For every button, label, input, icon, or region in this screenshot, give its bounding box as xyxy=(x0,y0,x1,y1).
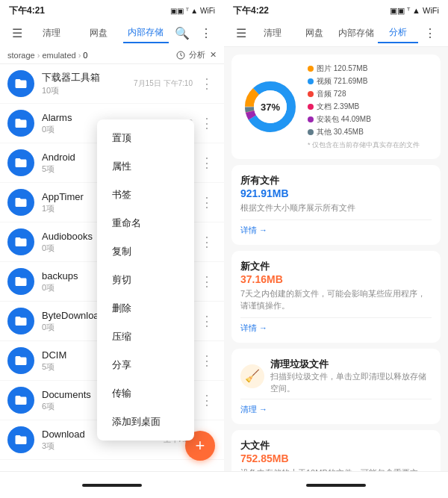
clean-junk-title: 清理垃圾文件 xyxy=(270,358,432,371)
close-icon[interactable]: ✕ xyxy=(210,50,217,60)
context-compress[interactable]: 压缩 xyxy=(97,323,194,351)
context-transfer[interactable]: 传输 xyxy=(97,379,194,408)
legend-others: 其他 30.45MB xyxy=(308,127,432,137)
folder-icon xyxy=(7,347,34,374)
right-home-indicator xyxy=(306,484,366,487)
clean-junk-card: 🧹 清理垃圾文件 扫描到垃圾文件，单击立即清理以释放存储空间。 清理 → xyxy=(231,349,441,424)
right-status-icons: ▣▣ ᵀ ▲ WiFi xyxy=(390,6,439,16)
context-share[interactable]: 分享 xyxy=(97,351,194,379)
context-copy[interactable]: 复制 xyxy=(97,237,194,266)
nav-item-storage[interactable]: 内部存储 xyxy=(123,23,169,43)
legend-dot-photos xyxy=(308,66,314,72)
all-files-desc: 根据文件大小顺序展示所有文件 xyxy=(240,202,432,214)
folder-icon xyxy=(7,387,34,414)
all-files-card: 所有文件 921.91MB 根据文件大小顺序展示所有文件 详情 → xyxy=(231,165,441,245)
breadcrumb: storage › emulated › 0 分析 ✕ xyxy=(0,46,224,64)
file-more-icon[interactable]: ⋮ xyxy=(197,311,217,331)
right-menu-icon[interactable]: ☰ xyxy=(231,23,251,43)
right-nav-bar: ☰ 清理 网盘 内部存储 分析 ⋮ xyxy=(224,20,448,47)
more-icon[interactable]: ⋮ xyxy=(196,23,217,43)
new-files-title: 新文件 xyxy=(240,260,432,273)
right-nav-analysis[interactable]: 分析 xyxy=(378,23,418,43)
home-indicator xyxy=(82,484,142,487)
folder-icon xyxy=(7,110,34,137)
donut-chart: 37% xyxy=(240,77,300,137)
legend-photos: 图片 120.57MB xyxy=(308,63,432,74)
file-more-icon[interactable]: ⋮ xyxy=(197,153,217,172)
right-panel: 下午4:22 ▣▣ ᵀ ▲ WiFi ☰ 清理 网盘 内部存储 分析 ⋮ xyxy=(224,0,448,498)
legend-apps: 安装包 44.09MB xyxy=(308,114,432,125)
all-files-detail-link[interactable]: 详情 → xyxy=(240,225,432,236)
new-files-desc: 7天之内创建的新文件，可能会影响某些应用程序，请谨慎操作。 xyxy=(240,288,432,311)
new-files-card: 新文件 37.16MB 7天之内创建的新文件，可能会影响某些应用程序，请谨慎操作… xyxy=(231,251,441,343)
left-time: 下午4:21 xyxy=(9,4,45,17)
right-time: 下午4:22 xyxy=(233,4,269,17)
folder-icon xyxy=(7,149,34,176)
context-menu: 置顶 属性 书签 重命名 复制 剪切 删除 压缩 分享 传输 添加到桌面 xyxy=(97,119,194,441)
clean-junk-action-link[interactable]: 清理 → xyxy=(240,404,432,415)
large-files-title: 大文件 xyxy=(240,439,432,452)
all-files-title: 所有文件 xyxy=(240,174,432,187)
file-more-icon[interactable]: ⋮ xyxy=(197,113,217,133)
file-more-icon[interactable]: ⋮ xyxy=(197,232,217,252)
clean-junk-header: 🧹 清理垃圾文件 扫描到垃圾文件，单击立即清理以释放存储空间。 xyxy=(240,358,432,394)
folder-icon xyxy=(7,228,34,255)
folder-icon xyxy=(7,426,34,453)
context-pin[interactable]: 置顶 xyxy=(97,124,194,152)
new-files-size: 37.16MB xyxy=(240,273,432,285)
analysis-link[interactable]: 分析 xyxy=(176,49,205,60)
menu-icon[interactable]: ☰ xyxy=(7,23,27,43)
legend-dot-audio xyxy=(308,91,314,97)
clean-junk-icon: 🧹 xyxy=(240,364,264,388)
context-bookmark[interactable]: 书签 xyxy=(97,181,194,209)
nav-item-clean[interactable]: 清理 xyxy=(28,24,74,43)
right-more-icon[interactable]: ⋮ xyxy=(420,23,441,43)
context-delete[interactable]: 删除 xyxy=(97,294,194,323)
breadcrumb-0[interactable]: 0 xyxy=(83,51,87,60)
nav-item-cloud[interactable]: 网盘 xyxy=(75,24,121,43)
right-nav-storage[interactable]: 内部存储 xyxy=(336,24,376,43)
legend-docs: 文档 2.39MB xyxy=(308,102,432,112)
right-status-bar: 下午4:22 ▣▣ ᵀ ▲ WiFi xyxy=(224,0,448,20)
right-nav-cloud[interactable]: 网盘 xyxy=(294,24,335,43)
legend-audio: 音频 728 xyxy=(308,89,432,99)
large-files-size: 752.85MB xyxy=(240,452,432,464)
legend-dot-others xyxy=(308,129,314,135)
left-bottom-bar xyxy=(0,471,224,498)
file-more-icon[interactable]: ⋮ xyxy=(197,390,217,410)
large-files-card: 大文件 752.85MB 设备中存储的大于10MB的文件，可能包含重要文件，请谨… xyxy=(231,430,441,471)
right-nav-clean[interactable]: 清理 xyxy=(252,24,293,43)
all-files-size: 921.91MB xyxy=(240,187,432,199)
clean-junk-desc: 扫描到垃圾文件，单击立即清理以释放存储空间。 xyxy=(270,371,432,394)
folder-icon xyxy=(7,70,34,97)
right-content: 37% 图片 120.57MB 视频 721.69MB 音频 728 文档 2 xyxy=(224,47,448,471)
file-more-icon[interactable]: ⋮ xyxy=(197,74,217,93)
breadcrumb-actions: 分析 ✕ xyxy=(176,49,217,60)
left-nav-bar: ☰ 清理 网盘 内部存储 🔍 ⋮ xyxy=(0,20,224,46)
left-status-bar: 下午4:21 ▣▣ ᵀ ▲ WiFi xyxy=(0,0,224,20)
left-panel: 下午4:21 ▣▣ ᵀ ▲ WiFi ☰ 清理 网盘 内部存储 🔍 ⋮ stor… xyxy=(0,0,224,498)
legend-dot-videos xyxy=(308,78,314,84)
context-rename[interactable]: 重命名 xyxy=(97,209,194,237)
file-more-icon[interactable]: ⋮ xyxy=(197,193,217,212)
folder-icon xyxy=(7,308,34,334)
chart-section: 37% 图片 120.57MB 视频 721.69MB 音频 728 文档 2 xyxy=(231,55,441,159)
right-bottom-bar xyxy=(224,471,448,498)
file-more-icon[interactable]: ⋮ xyxy=(197,272,217,291)
context-properties[interactable]: 属性 xyxy=(97,152,194,181)
breadcrumb-emulated[interactable]: emulated xyxy=(42,51,75,60)
chart-legend: 图片 120.57MB 视频 721.69MB 音频 728 文档 2.39MB… xyxy=(308,63,432,150)
file-info: 下载器工具箱 10项 xyxy=(42,71,134,96)
search-icon[interactable]: 🔍 xyxy=(170,23,194,43)
folder-icon xyxy=(7,268,34,295)
folder-icon xyxy=(7,189,34,216)
file-more-icon[interactable]: ⋮ xyxy=(197,351,217,370)
legend-dot-apps xyxy=(308,116,314,122)
breadcrumb-storage[interactable]: storage xyxy=(7,51,35,60)
context-add-desktop[interactable]: 添加到桌面 xyxy=(97,408,194,436)
list-item[interactable]: 下载器工具箱 10项 7月15日 下午7:10 ⋮ xyxy=(0,64,224,104)
context-cut[interactable]: 剪切 xyxy=(97,266,194,294)
legend-dot-docs xyxy=(308,104,314,110)
donut-percent-label: 37% xyxy=(261,102,280,113)
new-files-detail-link[interactable]: 详情 → xyxy=(240,323,432,334)
